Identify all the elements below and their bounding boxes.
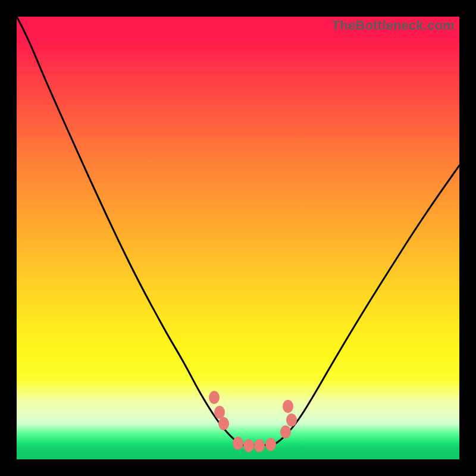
curve-marker: [254, 439, 265, 452]
curve-marker: [286, 414, 297, 427]
curve-marker: [214, 406, 225, 419]
chart-plot-area: TheBottleneck.com: [17, 17, 459, 459]
curve-marker: [218, 417, 229, 430]
curve-left-segment: [17, 17, 242, 445]
curve-right-segment: [273, 165, 459, 445]
bottleneck-curve: [17, 17, 459, 459]
curve-markers: [209, 391, 297, 452]
chart-frame: TheBottleneck.com: [0, 0, 476, 476]
curve-marker: [233, 437, 243, 450]
curve-marker: [283, 400, 293, 413]
curve-marker: [243, 439, 254, 452]
curve-marker: [265, 438, 276, 451]
curve-marker: [280, 425, 291, 439]
curve-marker: [209, 391, 220, 404]
